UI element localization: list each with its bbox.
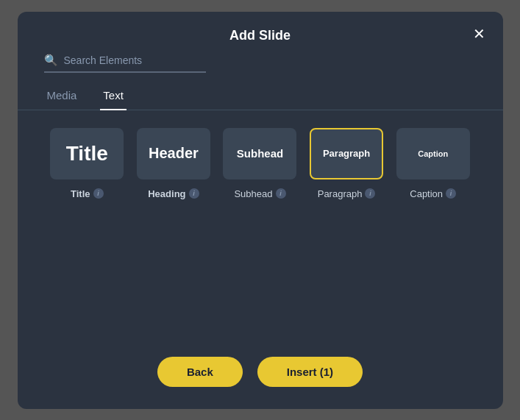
tabs: Media Text	[18, 82, 503, 110]
element-preview-paragraph: Paragraph	[310, 128, 383, 179]
footer: Back Insert (1)	[18, 342, 503, 387]
title-preview-text: Title	[66, 142, 108, 165]
subhead-label: Subhead i	[234, 188, 285, 199]
caption-info-icon: i	[446, 188, 456, 199]
tab-text[interactable]: Text	[100, 82, 127, 110]
element-preview-caption: Caption	[396, 128, 470, 179]
insert-button[interactable]: Insert (1)	[257, 357, 363, 387]
subhead-preview-text: Subhead	[237, 147, 283, 160]
modal-title: Add Slide	[229, 28, 291, 43]
paragraph-info-icon: i	[365, 188, 375, 199]
modal-header: Add Slide ✕	[18, 12, 503, 54]
tab-media[interactable]: Media	[44, 82, 80, 110]
element-card-caption[interactable]: Caption Caption i	[390, 128, 477, 199]
paragraph-preview-text: Paragraph	[323, 148, 370, 159]
paragraph-label: Paragraph i	[318, 188, 376, 199]
add-slide-modal: Add Slide ✕ 🔍 Media Text Title Title i H…	[18, 12, 503, 409]
element-preview-title: Title	[50, 128, 124, 179]
search-box: 🔍	[44, 54, 206, 73]
title-info-icon: i	[93, 188, 104, 199]
header-preview-text: Header	[149, 145, 199, 162]
search-area: 🔍	[18, 54, 503, 82]
element-preview-header: Header	[137, 128, 210, 179]
close-button[interactable]: ✕	[469, 25, 490, 43]
header-label: Heading i	[148, 188, 199, 199]
element-preview-subhead: Subhead	[223, 128, 296, 179]
element-card-title[interactable]: Title Title i	[44, 128, 131, 199]
elements-grid: Title Title i Header Heading i Subhead S…	[18, 128, 503, 342]
caption-label: Caption i	[410, 188, 456, 199]
element-card-header[interactable]: Header Heading i	[130, 128, 217, 199]
search-icon: 🔍	[44, 54, 58, 67]
element-card-subhead[interactable]: Subhead Subhead i	[217, 128, 304, 199]
subhead-info-icon: i	[276, 188, 286, 199]
title-label: Title i	[71, 188, 104, 199]
element-card-paragraph[interactable]: Paragraph Paragraph i	[303, 128, 390, 199]
header-info-icon: i	[189, 188, 199, 199]
search-input[interactable]	[64, 54, 196, 66]
back-button[interactable]: Back	[157, 357, 243, 387]
caption-preview-text: Caption	[418, 149, 448, 158]
